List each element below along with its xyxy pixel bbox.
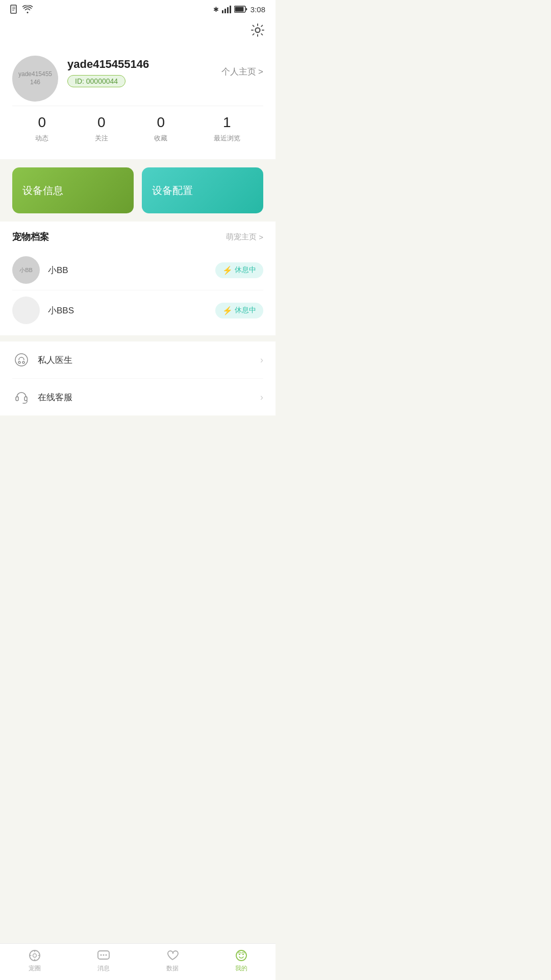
username: yade415455146	[67, 58, 221, 71]
svg-point-8	[256, 28, 260, 33]
online-service-label: 在线客服	[38, 391, 260, 403]
pet-item-xiaobbs[interactable]: 小BBS ⚡ 休息中	[12, 290, 263, 330]
svg-rect-6	[235, 7, 243, 12]
pet-section: 宠物档案 萌宠主页 > 小BB 小BB ⚡ 休息中 小BBS ⚡ 休息中	[0, 222, 276, 335]
menu-section: 私人医生 › 在线客服 ›	[0, 341, 276, 415]
bluetooth-icon: ✱	[213, 6, 219, 13]
pet-section-title: 宠物档案	[12, 231, 49, 243]
avatar[interactable]: yade415455 146	[12, 56, 58, 102]
card-buttons: 设备信息 设备配置	[0, 159, 276, 222]
svg-rect-9	[15, 354, 28, 366]
pet-avatar-xiaobb: 小BB	[12, 256, 40, 284]
svg-point-11	[22, 361, 24, 363]
file-icon	[10, 5, 18, 14]
signal-icon	[222, 5, 231, 13]
pet-doctor-icon	[12, 351, 31, 369]
status-right-icons: ✱ 3:08	[213, 5, 265, 14]
stat-dynamic[interactable]: 0 动态	[35, 114, 48, 143]
svg-rect-1	[222, 10, 223, 13]
stat-favorites[interactable]: 0 收藏	[154, 114, 167, 143]
private-doctor-arrow: ›	[260, 355, 263, 365]
wifi-icon	[22, 5, 33, 13]
headset-icon	[12, 388, 31, 406]
pet-status-xiaobb: ⚡ 休息中	[215, 262, 263, 278]
profile-section: yade415455 146 yade415455146 ID: 0000004…	[0, 47, 276, 159]
status-bar: ✱ 3:08	[0, 0, 276, 18]
svg-rect-0	[11, 5, 16, 13]
private-doctor-item[interactable]: 私人医生 ›	[12, 341, 263, 379]
time-display: 3:08	[251, 5, 265, 14]
battery-icon	[234, 6, 247, 13]
svg-rect-2	[224, 9, 226, 13]
settings-button[interactable]	[250, 22, 265, 41]
private-doctor-label: 私人医生	[38, 354, 260, 366]
pet-name-xiaobb: 小BB	[48, 264, 215, 276]
status-left-icons	[10, 5, 33, 14]
personal-page-link[interactable]: 个人主页 >	[221, 66, 263, 78]
pet-status-xiaobbs: ⚡ 休息中	[215, 303, 263, 318]
svg-point-10	[18, 361, 20, 363]
device-info-button[interactable]: 设备信息	[12, 167, 134, 213]
lightning-icon-2: ⚡	[222, 306, 233, 315]
pet-section-header: 宠物档案 萌宠主页 >	[12, 231, 263, 243]
device-config-button[interactable]: 设备配置	[142, 167, 263, 213]
svg-rect-3	[227, 7, 229, 13]
lightning-icon: ⚡	[222, 265, 233, 275]
user-id-badge: ID: 00000044	[67, 75, 126, 87]
stats-row: 0 动态 0 关注 0 收藏 1 最近浏览	[12, 106, 263, 147]
pet-name-xiaobbs: 小BBS	[48, 305, 215, 316]
online-service-arrow: ›	[260, 392, 263, 403]
stat-recent[interactable]: 1 最近浏览	[214, 114, 240, 143]
online-service-item[interactable]: 在线客服 ›	[12, 379, 263, 415]
pet-avatar-xiaobbs	[12, 297, 40, 324]
svg-rect-4	[230, 6, 231, 13]
pet-item-xiaobb[interactable]: 小BB 小BB ⚡ 休息中	[12, 250, 263, 290]
top-bar	[0, 18, 276, 47]
stat-following[interactable]: 0 关注	[95, 114, 108, 143]
pet-homepage-link[interactable]: 萌宠主页 >	[226, 232, 263, 242]
